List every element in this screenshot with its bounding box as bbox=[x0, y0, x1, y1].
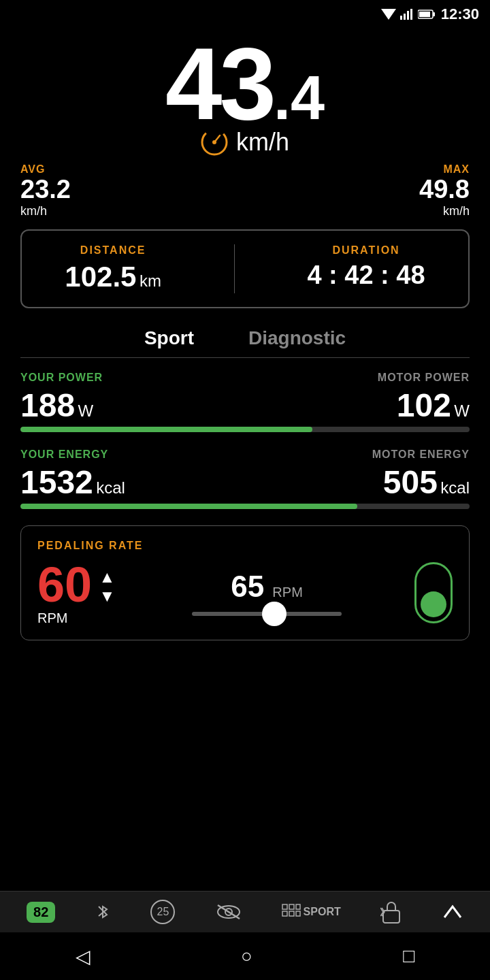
speed-unit-row: km/h bbox=[0, 128, 490, 157]
avg-label: AVG bbox=[20, 163, 45, 176]
target-rpm-unit: RPM bbox=[272, 585, 302, 600]
bluetooth-icon bbox=[95, 902, 111, 921]
recent-button[interactable]: □ bbox=[403, 945, 414, 967]
motor-energy-label: MOTOR ENERGY bbox=[372, 448, 470, 461]
dist-dur-box: DISTANCE 102.5 km DURATION 4 : 42 : 48 bbox=[20, 229, 470, 308]
svg-rect-18 bbox=[289, 911, 294, 916]
max-unit: km/h bbox=[443, 204, 470, 218]
home-button[interactable]: ○ bbox=[241, 945, 252, 967]
eye-crossed-item bbox=[215, 902, 242, 921]
speed-unit: km/h bbox=[236, 128, 289, 157]
current-rpm-unit: RPM bbox=[37, 610, 67, 626]
motor-power-label: MOTOR POWER bbox=[378, 372, 470, 384]
pedaling-label: PEDALING RATE bbox=[37, 540, 453, 552]
power-progress-bg bbox=[20, 427, 470, 432]
sport-mode-label: SPORT bbox=[304, 906, 341, 918]
divider bbox=[234, 244, 235, 293]
svg-rect-3 bbox=[407, 11, 409, 20]
power-section: YOUR POWER MOTOR POWER 188 W 102 W YOUR … bbox=[0, 372, 490, 509]
avg-max-row: AVG 23.2 km/h MAX 49.8 km/h bbox=[0, 163, 490, 218]
android-nav: ◁ ○ □ bbox=[0, 932, 490, 980]
svg-rect-2 bbox=[404, 14, 406, 20]
svg-marker-0 bbox=[381, 9, 396, 20]
energy-progress-bg bbox=[20, 504, 470, 509]
energy-values-row: 1532 kcal 505 kcal bbox=[20, 463, 470, 501]
bottom-bar: 82 25 SPORT bbox=[0, 891, 490, 932]
pedaling-box: PEDALING RATE 60 ▲▼ RPM 65 RPM bbox=[20, 525, 470, 640]
avg-unit: km/h bbox=[20, 204, 47, 218]
your-power-value-row: 188 W bbox=[20, 387, 93, 424]
chevron-up-icon bbox=[442, 902, 463, 921]
current-rpm-row: 60 ▲▼ bbox=[37, 560, 115, 609]
speed-main-value: 43 bbox=[165, 27, 274, 141]
number-badge: 25 bbox=[157, 906, 169, 918]
back-button[interactable]: ◁ bbox=[76, 945, 91, 968]
distance-label: DISTANCE bbox=[80, 244, 146, 257]
pedaling-center: 65 RPM bbox=[119, 570, 414, 616]
max-label: MAX bbox=[443, 163, 470, 176]
power-labels-row: YOUR POWER MOTOR POWER bbox=[20, 372, 470, 384]
pedaling-rpm-left: 60 ▲▼ RPM bbox=[37, 560, 119, 626]
pedaling-content: 60 ▲▼ RPM 65 RPM bbox=[37, 560, 453, 626]
avg-block: AVG 23.2 km/h bbox=[20, 163, 71, 218]
signal-icon bbox=[400, 9, 414, 20]
distance-item: DISTANCE 102.5 km bbox=[65, 244, 161, 293]
battery-item: 82 bbox=[27, 902, 55, 923]
energy-labels-row: YOUR ENERGY MOTOR ENERGY bbox=[20, 448, 470, 461]
tabs-row: Sport Diagnostic bbox=[0, 322, 490, 355]
target-rpm-row: 65 RPM bbox=[231, 570, 303, 604]
motor-power-value: 102 bbox=[397, 387, 451, 423]
your-power-label: YOUR POWER bbox=[20, 372, 103, 384]
status-bar: 12:30 bbox=[0, 0, 490, 26]
svg-rect-16 bbox=[296, 904, 300, 909]
motor-energy-value-row: 505 kcal bbox=[383, 463, 470, 501]
status-icons bbox=[381, 9, 436, 20]
max-block: MAX 49.8 km/h bbox=[419, 163, 470, 218]
tab-diagnostic[interactable]: Diagnostic bbox=[242, 322, 353, 355]
tab-underline bbox=[20, 357, 470, 358]
duration-label: DURATION bbox=[332, 244, 399, 257]
speed-display: 43.4 km/h bbox=[0, 26, 490, 157]
power-progress-fill bbox=[20, 427, 312, 432]
sport-mode-item: SPORT bbox=[282, 904, 341, 920]
svg-rect-14 bbox=[282, 904, 287, 909]
number-badge-item: 25 bbox=[150, 900, 175, 924]
distance-value: 102.5 bbox=[65, 261, 136, 293]
power-values-row: 188 W 102 W bbox=[20, 387, 470, 424]
your-power-value: 188 bbox=[20, 387, 75, 423]
your-power-unit: W bbox=[78, 402, 94, 420]
rpm-arrow-icon: ▲▼ bbox=[99, 568, 116, 606]
svg-rect-17 bbox=[282, 911, 287, 916]
your-energy-value: 1532 bbox=[20, 464, 93, 500]
your-energy-value-row: 1532 kcal bbox=[20, 463, 125, 501]
duration-value: 4 : 42 : 48 bbox=[307, 261, 425, 290]
svg-rect-19 bbox=[296, 911, 300, 916]
max-value: 49.8 bbox=[419, 176, 470, 204]
distance-unit: km bbox=[140, 272, 161, 290]
eye-off-icon bbox=[215, 902, 242, 921]
motor-energy-value: 505 bbox=[383, 464, 438, 500]
energy-progress-fill bbox=[20, 504, 357, 509]
your-energy-unit: kcal bbox=[96, 478, 125, 497]
motor-energy-unit: kcal bbox=[440, 478, 470, 497]
duration-item: DURATION 4 : 42 : 48 bbox=[307, 244, 425, 293]
battery-value: 82 bbox=[27, 902, 55, 923]
tab-sport[interactable]: Sport bbox=[137, 322, 201, 355]
wifi-icon bbox=[381, 9, 396, 20]
toggle-circle bbox=[421, 591, 446, 617]
rpm-slider-thumb[interactable] bbox=[262, 602, 287, 626]
status-time: 12:30 bbox=[441, 5, 479, 23]
svg-point-10 bbox=[212, 140, 216, 144]
pedaling-toggle[interactable] bbox=[414, 562, 453, 623]
chevron-up-item[interactable] bbox=[442, 902, 463, 921]
avg-value: 23.2 bbox=[20, 176, 71, 204]
svg-rect-7 bbox=[419, 12, 430, 17]
your-energy-label: YOUR ENERGY bbox=[20, 448, 108, 461]
speedometer-icon bbox=[201, 129, 228, 156]
svg-rect-4 bbox=[410, 9, 412, 20]
lock-item bbox=[380, 900, 402, 924]
grid-icon bbox=[282, 904, 301, 920]
motor-power-value-row: 102 W bbox=[397, 387, 470, 424]
rpm-slider-track[interactable] bbox=[192, 612, 342, 616]
svg-rect-20 bbox=[383, 911, 399, 923]
